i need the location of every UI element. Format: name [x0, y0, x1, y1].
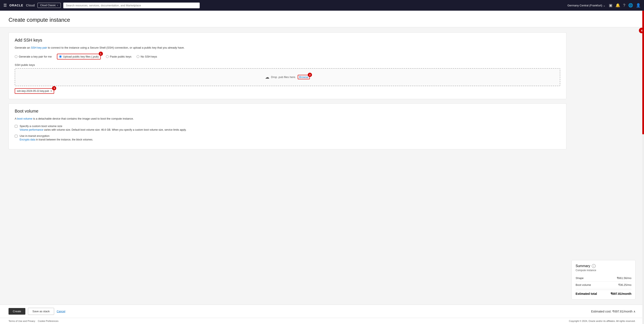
drop-zone-inner: ☁ Drop .pub files here. Browse 2 [21, 74, 554, 80]
cost-chevron-up-icon[interactable]: ∧ [633, 310, 636, 313]
step2-badge: 2 [308, 73, 312, 77]
page-title: Create compute instance [8, 17, 636, 23]
footer-right: Copyright © 2024, Oracle and/or its affi… [569, 320, 636, 322]
globe-icon[interactable]: 🌐 [628, 3, 633, 8]
boot-label: Boot volume [576, 283, 591, 286]
radio-upload-highlighted: Upload public key files (.pub) 1 [57, 54, 101, 60]
terminal-icon[interactable]: ▣ [609, 3, 612, 8]
ssh-radio-group: Generate a key pair for me Upload public… [15, 54, 560, 60]
terms-link[interactable]: Terms of Use and Privacy [8, 320, 35, 322]
file-tag-close[interactable]: × [50, 89, 52, 93]
boot-volume-link[interactable]: boot volume [17, 117, 32, 120]
volume-performance-link[interactable]: Volume performance [20, 128, 43, 131]
estimated-total-value: ₹697.81/month [610, 292, 632, 296]
region-selector[interactable]: Germany Central (Frankfurt) ⌄ [568, 4, 606, 7]
shape-label: Shape [576, 276, 584, 280]
transit-labels: Use in-transit encryption Encrypts data … [20, 134, 93, 141]
radio-nossh-input[interactable] [136, 55, 139, 58]
custom-size-checkbox[interactable] [15, 125, 18, 128]
summary-title: Summary [576, 264, 590, 268]
save-as-stack-button[interactable]: Save as stack [28, 308, 54, 315]
bell-icon[interactable]: 🔔 [616, 3, 620, 8]
cancel-button[interactable]: Cancel [57, 310, 65, 313]
custom-size-row: Specify a custom boot volume size Volume… [15, 124, 560, 131]
footer-left: Terms of Use and Privacy Cookie Preferen… [8, 320, 58, 322]
main-area: Add SSH keys Generate an SSH key pair to… [0, 27, 644, 304]
boot-card-title: Boot volume [15, 109, 560, 114]
bottom-bar: Create Save as stack Cancel Estimated co… [0, 304, 644, 318]
drop-zone[interactable]: ☁ Drop .pub files here. Browse 2 [15, 68, 560, 86]
page-header: Create compute instance [0, 11, 644, 27]
encrypts-data-link[interactable]: Encrypts data [20, 138, 35, 141]
transit-encryption-checkbox[interactable] [15, 135, 18, 138]
cookies-link[interactable]: Cookie Preferences [38, 320, 58, 322]
help-icon[interactable]: ? [623, 3, 625, 8]
ssh-key-pair-link[interactable]: SSH key pair [31, 46, 47, 49]
boot-volume-card: Boot volume A boot volume is a detachabl… [8, 104, 566, 150]
summary-panel: Summary i Compute instance Shape ₹661.56… [572, 260, 636, 300]
browse-link[interactable]: Browse [299, 76, 308, 79]
step4-badge: 4 [639, 28, 644, 33]
footer: Terms of Use and Privacy Cookie Preferen… [0, 318, 644, 324]
radio-generate[interactable]: Generate a key pair for me [15, 55, 52, 58]
estimated-cost: Estimated cost: ₹697.81/month ∧ [591, 310, 636, 313]
radio-nossh[interactable]: No SSH keys [136, 55, 157, 58]
user-icon[interactable]: 👤 [636, 3, 640, 8]
hamburger-icon[interactable]: ☰ [4, 3, 7, 8]
file-tag: ssh-key-2024-05-22.key.pub × 3 [15, 88, 54, 94]
nav-icons: ▣ 🔔 ? 🌐 👤 [609, 3, 640, 8]
ssh-field-label: SSH public keys [15, 63, 560, 66]
radio-upload[interactable]: Upload public key files (.pub) [59, 55, 99, 58]
radio-paste-input[interactable] [106, 55, 109, 58]
ssh-description: Generate an SSH key pair to connect to t… [15, 46, 560, 50]
transit-sublabel: Encrypts data in transit between the ins… [20, 138, 93, 141]
custom-size-label: Specify a custom boot volume size [20, 124, 186, 128]
radio-paste[interactable]: Paste public keys [106, 55, 132, 58]
boot-value: ₹36.25/mo [618, 283, 632, 286]
browse-highlighted: Browse 2 [298, 75, 310, 79]
file-tag-area: ssh-key-2024-05-22.key.pub × 3 [15, 88, 560, 94]
upload-cloud-icon: ☁ [265, 74, 269, 80]
uploaded-filename: ssh-key-2024-05-22.key.pub [17, 90, 49, 92]
summary-card: Summary i Compute instance Shape ₹661.56… [572, 260, 636, 300]
oracle-logo: ORACLE Cloud [10, 4, 35, 7]
summary-row-shape: Shape ₹661.56/mo [576, 275, 632, 282]
nav-right: Germany Central (Frankfurt) ⌄ ▣ 🔔 ? 🌐 👤 [568, 3, 640, 8]
estimated-total-label: Estimated total [576, 292, 597, 296]
summary-info-icon[interactable]: i [592, 264, 596, 268]
custom-size-sublabel: Volume performance varies with volume si… [20, 128, 186, 131]
create-button[interactable]: Create [8, 308, 25, 314]
transit-encryption-row: Use in-transit encryption Encrypts data … [15, 134, 560, 141]
right-scrollbar[interactable] [642, 11, 644, 324]
radio-generate-input[interactable] [15, 55, 18, 58]
summary-row-boot: Boot volume ₹36.25/mo [576, 282, 632, 288]
ssh-card-title: Add SSH keys [15, 38, 560, 43]
transit-label: Use in-transit encryption [20, 134, 93, 138]
step1-badge: 1 [99, 52, 103, 56]
left-content: Add SSH keys Generate an SSH key pair to… [8, 32, 566, 300]
top-navigation: ☰ ORACLE Cloud Cloud Classic › Germany C… [0, 0, 644, 11]
search-input[interactable] [63, 2, 200, 8]
custom-size-labels: Specify a custom boot volume size Volume… [20, 124, 186, 131]
ssh-keys-card: Add SSH keys Generate an SSH key pair to… [8, 32, 566, 99]
summary-subtitle: Compute instance [576, 269, 632, 272]
radio-upload-input[interactable] [59, 55, 62, 58]
summary-header: Summary i [576, 264, 632, 268]
summary-total: Estimated total ₹697.81/month [576, 290, 632, 296]
step3-badge: 3 [52, 86, 56, 90]
cloud-classic-button[interactable]: Cloud Classic › [38, 3, 61, 8]
boot-description: A boot volume is a detachable device tha… [15, 116, 560, 121]
shape-value: ₹661.56/mo [617, 276, 632, 280]
